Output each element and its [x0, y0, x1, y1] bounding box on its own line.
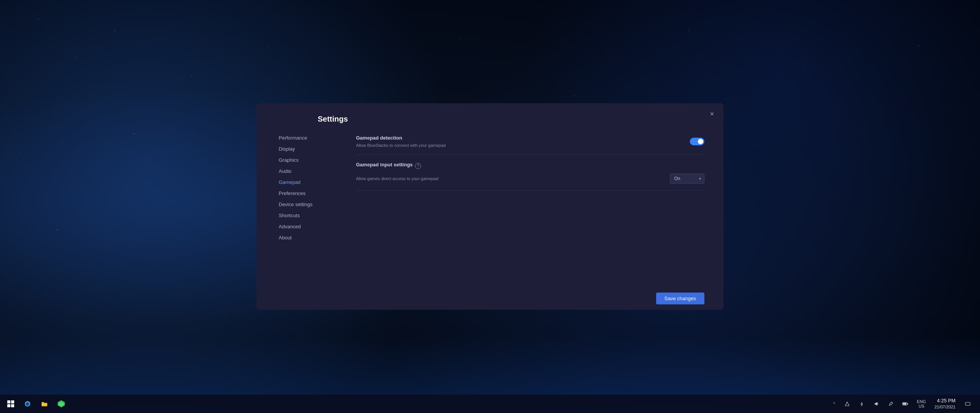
sidebar-item-shortcuts[interactable]: Shortcuts	[276, 210, 333, 221]
sidebar-item-about[interactable]: About	[276, 233, 333, 243]
sidebar-item-preferences[interactable]: Preferences	[276, 188, 333, 198]
svg-rect-10	[907, 403, 908, 405]
system-tray	[841, 398, 911, 410]
dialog-overlay: × Settings Performance Display Graphics …	[0, 0, 980, 413]
close-button[interactable]: ×	[707, 109, 717, 119]
clock-time: 4:25 PM	[937, 398, 956, 404]
edge-browser-icon[interactable]	[20, 396, 35, 411]
sidebar-item-graphics[interactable]: Graphics	[276, 155, 333, 165]
dialog-title: Settings	[256, 103, 724, 131]
svg-rect-11	[965, 402, 970, 405]
clock-date: 21/07/2021	[934, 404, 956, 410]
sidebar-item-advanced[interactable]: Advanced	[276, 221, 333, 232]
windows-start-button[interactable]	[3, 396, 18, 411]
gamepad-input-title-row: Gamepad input settings ?	[356, 162, 704, 170]
svg-rect-9	[903, 403, 906, 405]
language-code: ENG	[917, 399, 926, 404]
gamepad-input-dropdown[interactable]: On Off	[670, 174, 704, 184]
settings-content: Gamepad detection Allow BlueStacks to co…	[356, 131, 704, 287]
taskbar-right: ^	[830, 396, 977, 411]
gamepad-detection-info: Gamepad detection Allow BlueStacks to co…	[356, 135, 446, 148]
svg-rect-1	[11, 400, 14, 403]
settings-sidebar: Performance Display Graphics Audio Gamep…	[276, 131, 333, 287]
gamepad-input-title: Gamepad input settings	[356, 162, 413, 167]
svg-rect-7	[875, 403, 876, 405]
taskbar: ^	[0, 395, 980, 413]
tray-pen-icon[interactable]	[885, 398, 897, 410]
info-icon[interactable]: ?	[415, 163, 421, 169]
tray-network-icon[interactable]	[856, 398, 868, 410]
gamepad-input-row: Allow games direct access to your gamepa…	[356, 174, 704, 184]
gamepad-input-desc: Allow games direct access to your gamepa…	[356, 176, 438, 181]
tray-volume-icon[interactable]	[870, 398, 882, 410]
svg-point-6	[861, 405, 862, 406]
notification-button[interactable]	[962, 398, 974, 410]
sidebar-item-gamepad[interactable]: Gamepad	[276, 177, 333, 187]
language-region: US	[918, 404, 924, 408]
dialog-body: Performance Display Graphics Audio Gamep…	[256, 131, 724, 287]
clock[interactable]: 4:25 PM 21/07/2021	[931, 397, 959, 410]
gamepad-detection-section: Gamepad detection Allow BlueStacks to co…	[356, 131, 704, 155]
language-indicator[interactable]: ENG US	[915, 398, 928, 409]
bluestacks-icon[interactable]	[54, 396, 69, 411]
gamepad-detection-toggle[interactable]	[690, 138, 704, 145]
gamepad-input-section: Gamepad input settings ? Allow games dir…	[356, 162, 704, 191]
gamepad-detection-title: Gamepad detection	[356, 135, 446, 141]
dialog-footer: Save changes	[256, 287, 724, 310]
svg-rect-3	[11, 404, 14, 407]
save-changes-button[interactable]: Save changes	[656, 293, 704, 304]
file-explorer-icon[interactable]	[37, 396, 52, 411]
gamepad-detection-row: Gamepad detection Allow BlueStacks to co…	[356, 135, 704, 148]
svg-rect-2	[7, 404, 10, 407]
tray-battery-icon[interactable]	[899, 398, 911, 410]
sidebar-item-device-settings[interactable]: Device settings	[276, 199, 333, 210]
svg-rect-0	[7, 400, 10, 403]
sidebar-item-display[interactable]: Display	[276, 144, 333, 154]
sidebar-item-audio[interactable]: Audio	[276, 166, 333, 176]
gamepad-input-dropdown-wrap: On Off	[670, 174, 704, 184]
tray-chevron[interactable]: ^	[830, 396, 838, 411]
taskbar-left	[3, 396, 69, 411]
tray-icon-1[interactable]	[841, 398, 853, 410]
settings-dialog: × Settings Performance Display Graphics …	[256, 103, 724, 310]
sidebar-item-performance[interactable]: Performance	[276, 133, 333, 143]
gamepad-detection-desc: Allow BlueStacks to connect with your ga…	[356, 143, 446, 148]
